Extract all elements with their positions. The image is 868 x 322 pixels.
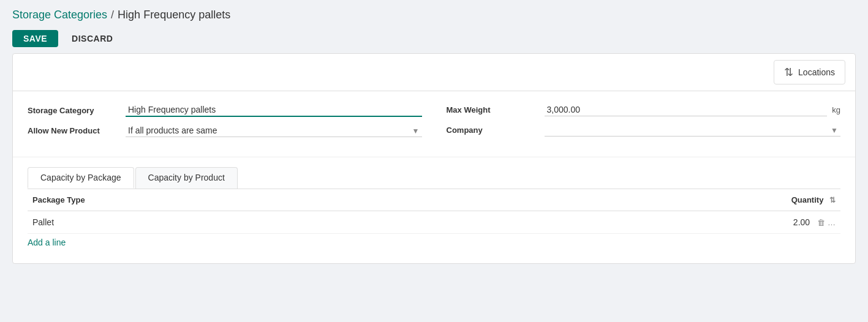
max-weight-input[interactable] <box>545 103 828 116</box>
col-quantity: Quantity ⇅ <box>462 189 840 211</box>
table-area: Package Type Quantity ⇅ Pallet 2.00 <box>13 189 855 263</box>
tabs-row: Capacity by Package Capacity by Product <box>28 167 840 189</box>
discard-button[interactable]: DISCARD <box>63 30 121 47</box>
allow-new-product-row: Allow New Product If all products are sa… <box>28 124 422 137</box>
tab-capacity-by-product[interactable]: Capacity by Product <box>135 167 238 189</box>
row-actions: 🗑 … <box>817 218 836 227</box>
table-header-row: Package Type Quantity ⇅ <box>28 189 840 211</box>
company-select[interactable] <box>545 124 841 137</box>
breadcrumb-separator: / <box>111 9 114 21</box>
form-grid: Storage Category Allow New Product If al… <box>28 103 840 144</box>
delete-icon[interactable]: 🗑 <box>817 218 825 227</box>
form-area: Storage Category Allow New Product If al… <box>13 91 855 157</box>
cell-package-type: Pallet <box>28 211 462 234</box>
form-right-col: Max Weight kg Company ▼ <box>447 103 841 144</box>
locations-icon: ⇅ <box>784 66 793 79</box>
main-card: ⇅ Locations Storage Category Allow New P… <box>12 53 856 264</box>
breadcrumb-parent[interactable]: Storage Categories <box>12 9 107 21</box>
max-weight-row: Max Weight kg <box>447 103 841 116</box>
cell-quantity: 2.00 🗑 … <box>462 211 840 234</box>
col-package-type: Package Type <box>28 189 462 211</box>
allow-new-product-label: Allow New Product <box>28 126 126 135</box>
save-button[interactable]: SAVE <box>12 30 58 47</box>
storage-category-input[interactable] <box>126 103 422 117</box>
company-label: Company <box>447 125 545 135</box>
form-left-col: Storage Category Allow New Product If al… <box>28 103 422 144</box>
top-bar: ⇅ Locations <box>13 54 855 91</box>
breadcrumb: Storage Categories / High Frequency pall… <box>0 0 868 26</box>
table-row: Pallet 2.00 🗑 … <box>28 211 840 234</box>
company-row: Company ▼ <box>447 124 841 137</box>
capacity-table: Package Type Quantity ⇅ Pallet 2.00 <box>28 189 840 234</box>
locations-button[interactable]: ⇅ Locations <box>774 60 845 84</box>
add-line-button[interactable]: Add a line <box>28 234 66 251</box>
max-weight-unit: kg <box>832 105 840 114</box>
storage-category-label: Storage Category <box>28 106 126 115</box>
tabs-area: Capacity by Package Capacity by Product <box>13 157 855 189</box>
locations-label: Locations <box>798 67 835 77</box>
storage-category-row: Storage Category <box>28 103 422 117</box>
more-icon[interactable]: … <box>828 218 836 227</box>
toolbar: SAVE DISCARD <box>0 26 868 53</box>
allow-new-product-wrapper: If all products are same Always Never ▼ <box>126 124 422 137</box>
allow-new-product-select[interactable]: If all products are same Always Never <box>126 124 422 137</box>
tab-capacity-by-package[interactable]: Capacity by Package <box>28 167 134 189</box>
company-wrapper: ▼ <box>545 124 841 137</box>
max-weight-label: Max Weight <box>447 105 545 114</box>
sort-icon: ⇅ <box>829 196 836 204</box>
breadcrumb-current: High Frequency pallets <box>118 9 230 21</box>
